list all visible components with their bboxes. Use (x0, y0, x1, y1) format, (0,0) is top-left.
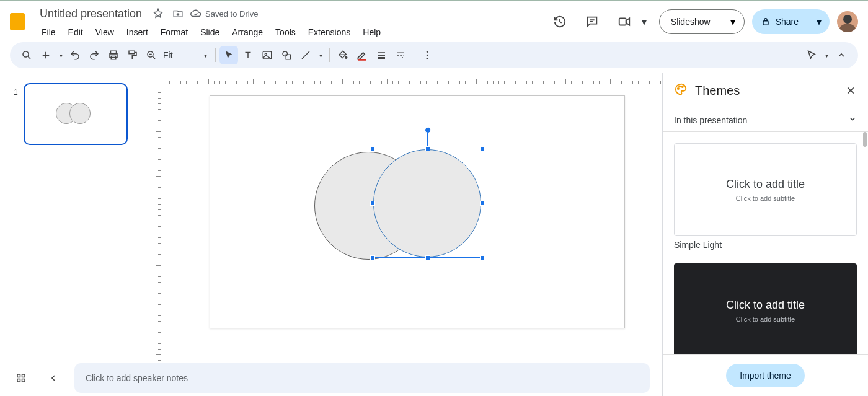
svg-point-4 (23, 51, 29, 57)
separator (414, 48, 414, 62)
border-color-icon[interactable] (353, 46, 371, 64)
zoom-icon[interactable] (142, 46, 161, 64)
star-icon[interactable] (151, 6, 166, 21)
selection-box[interactable] (373, 149, 482, 258)
theme-simple-light[interactable]: Click to add title Click to add subtitle (674, 143, 857, 236)
svg-point-14 (345, 56, 347, 58)
share-dropdown[interactable]: ▾ (808, 9, 830, 34)
undo-icon[interactable] (66, 46, 84, 64)
pointer-dropdown[interactable]: ▾ (822, 46, 831, 64)
collapse-toolbar-icon[interactable] (832, 46, 851, 64)
textbox-icon[interactable] (239, 46, 257, 64)
new-slide-icon[interactable] (37, 46, 55, 64)
line-dropdown[interactable]: ▾ (316, 46, 326, 64)
themes-section-dropdown[interactable]: In this presentation (663, 108, 868, 132)
border-dash-icon[interactable] (391, 46, 410, 64)
svg-rect-31 (22, 379, 25, 382)
zoom-dropdown[interactable]: ▾ (200, 46, 210, 64)
scrollbar-thumb[interactable] (863, 132, 867, 147)
menu-edit[interactable]: Edit (63, 25, 89, 40)
account-avatar[interactable] (837, 11, 858, 32)
menu-file[interactable]: File (36, 25, 61, 40)
import-theme-button[interactable]: Import theme (726, 364, 804, 387)
cloud-status-text: Saved to Drive (205, 9, 258, 19)
slideshow-dropdown[interactable]: ▾ (722, 10, 744, 33)
svg-rect-3 (763, 21, 768, 25)
doc-title[interactable]: Untitled presentation (36, 6, 146, 22)
fill-color-icon[interactable] (334, 46, 352, 64)
pointer-mode-icon[interactable] (802, 46, 821, 64)
paint-format-icon[interactable] (123, 46, 142, 64)
menu-help[interactable]: Help (357, 25, 386, 40)
meet-icon[interactable] (612, 9, 637, 34)
resize-handle-tl[interactable] (370, 146, 375, 151)
svg-point-12 (283, 51, 288, 56)
menubar: File Edit View Insert Format Slide Arran… (36, 25, 547, 40)
menu-insert[interactable]: Insert (121, 25, 154, 40)
history-icon[interactable] (547, 9, 572, 34)
line-icon[interactable] (296, 46, 315, 64)
themes-section-label: In this presentation (674, 115, 747, 125)
svg-point-22 (427, 51, 428, 53)
resize-handle-bm[interactable] (425, 255, 430, 260)
canvas-area[interactable] (148, 73, 662, 396)
shape-icon[interactable] (277, 46, 296, 64)
theme-simple-dark[interactable]: Click to add title Click to add subtitle (674, 263, 857, 354)
theme-preview-subtitle: Click to add subtitle (736, 315, 795, 323)
more-tools-icon[interactable] (418, 46, 436, 64)
chevron-down-icon (848, 115, 857, 125)
speaker-notes-input[interactable]: Click to add speaker notes (74, 363, 650, 393)
svg-rect-2 (619, 19, 626, 25)
resize-handle-bl[interactable] (370, 255, 375, 260)
svg-rect-28 (17, 374, 20, 377)
slideshow-button[interactable]: Slideshow (660, 10, 722, 33)
menu-slide[interactable]: Slide (195, 25, 225, 40)
theme-preview-title: Click to add title (726, 299, 805, 312)
menu-arrange[interactable]: Arrange (226, 25, 268, 40)
toolbar: ▾ Fit ▾ ▾ (10, 42, 858, 68)
theme-preview-subtitle: Click to add subtitle (736, 195, 795, 202)
thumb-shape (69, 103, 91, 124)
menu-extensions[interactable]: Extensions (303, 25, 356, 40)
zoom-value[interactable]: Fit (163, 50, 198, 60)
menu-view[interactable]: View (90, 25, 120, 40)
separator (329, 48, 330, 62)
print-icon[interactable] (104, 46, 123, 64)
slides-app-icon[interactable] (5, 9, 30, 34)
resize-handle-tr[interactable] (480, 146, 485, 151)
comments-icon[interactable] (580, 9, 604, 34)
redo-icon[interactable] (85, 46, 104, 64)
grid-view-icon[interactable] (10, 367, 32, 389)
border-weight-icon[interactable] (372, 46, 391, 64)
share-button[interactable]: Share (752, 9, 808, 34)
horizontal-ruler[interactable] (161, 73, 662, 84)
slide-canvas[interactable] (210, 95, 625, 328)
rotation-handle[interactable] (425, 127, 431, 133)
menu-tools[interactable]: Tools (270, 25, 301, 40)
resize-handle-ml[interactable] (370, 201, 375, 206)
speaker-notes-placeholder: Click to add speaker notes (86, 373, 188, 383)
svg-point-26 (679, 86, 680, 87)
select-tool-icon[interactable] (219, 46, 238, 64)
close-icon[interactable] (842, 82, 859, 99)
resize-handle-br[interactable] (480, 255, 485, 260)
theme-name-label: Simple Light (674, 240, 857, 250)
vertical-ruler[interactable] (148, 84, 161, 396)
collapse-filmstrip-icon[interactable] (42, 367, 64, 389)
menu-format[interactable]: Format (155, 25, 193, 40)
slide-thumbnail-1[interactable] (24, 83, 128, 145)
slide-number: 1 (14, 88, 18, 97)
new-slide-dropdown[interactable]: ▾ (56, 46, 66, 64)
themes-title: Themes (695, 84, 835, 98)
separator (215, 48, 216, 62)
search-menu-icon[interactable] (17, 46, 36, 64)
svg-point-27 (682, 86, 683, 87)
svg-rect-1 (13, 19, 22, 25)
resize-handle-tm[interactable] (425, 146, 430, 151)
svg-rect-30 (17, 379, 20, 382)
image-icon[interactable] (258, 46, 277, 64)
move-icon[interactable] (170, 6, 185, 21)
resize-handle-mr[interactable] (480, 201, 485, 206)
cloud-status[interactable]: Saved to Drive (190, 8, 258, 19)
meet-dropdown[interactable]: ▾ (637, 16, 652, 28)
